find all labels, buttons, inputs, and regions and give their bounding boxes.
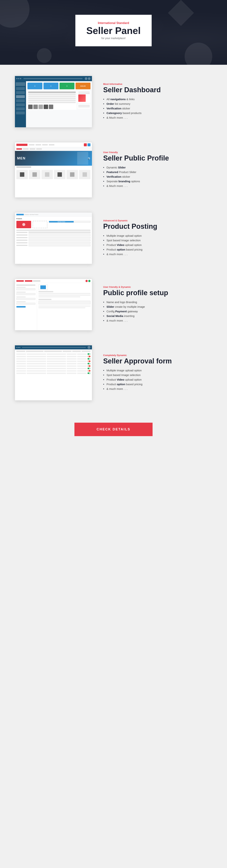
posting-feature-2: Spot based Image selection	[103, 239, 212, 242]
td-9	[16, 245, 28, 246]
prod-img-1	[28, 104, 33, 109]
mock-content	[28, 91, 90, 110]
td-prod-6	[77, 366, 87, 367]
table-row-5	[28, 102, 76, 103]
td-name-1	[16, 353, 26, 355]
tab-other[interactable]	[33, 280, 40, 282]
toggle-4[interactable]	[87, 361, 90, 362]
td-email-2	[27, 356, 46, 357]
feature-item-1: All navigations & links	[103, 98, 212, 101]
th-email	[26, 350, 44, 352]
mock-main: 0 0 0 $440,800	[26, 81, 92, 127]
setup-bold-4: Social Media	[107, 314, 123, 317]
td-addr-7	[47, 368, 66, 369]
toggle-9[interactable]	[87, 372, 90, 374]
mock-address-bar	[24, 78, 82, 79]
td-addr-1	[47, 353, 66, 355]
toggle-8[interactable]	[87, 370, 90, 372]
toggle-2[interactable]	[87, 356, 90, 357]
td-email-8	[27, 370, 46, 372]
feature-section-posting: Products / Add New Product Products Add …	[15, 212, 212, 264]
setup-text: User friendly & Dynamic Public profile s…	[103, 286, 212, 323]
feature-item-4: Cateogoory based products	[103, 112, 212, 115]
approval-dot-1	[16, 347, 17, 348]
approval-address-bar	[22, 347, 86, 348]
check-details-button[interactable]: CHECK DETAILS	[74, 423, 153, 436]
profile-features: Dynamic Slider Featured Product Slider V…	[103, 166, 212, 187]
td-4	[29, 237, 90, 239]
th-reg-date	[63, 350, 72, 352]
sub-nav-3	[36, 148, 42, 150]
td-email-1	[27, 353, 46, 355]
toggle-5[interactable]	[87, 363, 90, 364]
posting-logo	[16, 214, 24, 215]
stat-3-value: 0	[67, 85, 68, 87]
dashboard-label: Most Informative	[103, 83, 212, 85]
mock-table	[28, 91, 76, 110]
mock-icon-1	[85, 77, 87, 80]
field-input-4[interactable]	[16, 303, 35, 305]
approval-dot-2	[18, 347, 19, 348]
setup-line-4	[39, 306, 90, 307]
field-label-2	[16, 292, 26, 292]
td-8	[29, 242, 90, 244]
mock-nav-4	[16, 99, 25, 102]
mock-body: 0 0 0 $440,800	[15, 81, 92, 127]
field-input-1[interactable]	[16, 288, 35, 290]
td-name-7	[16, 368, 26, 369]
posting-feature-4: Product option based pricing	[103, 248, 212, 251]
td-addr-5	[47, 363, 66, 364]
mini-img	[78, 94, 86, 102]
th-address	[44, 350, 62, 352]
td-email-4	[27, 361, 46, 362]
mock-header	[15, 76, 92, 81]
hero-section: International Standard Seller Panel for …	[0, 0, 227, 65]
td-prod-3	[77, 358, 87, 360]
table-row-3	[28, 98, 76, 99]
profile-bold-1: Slider	[118, 166, 126, 169]
td-date-6	[67, 366, 76, 367]
setup-title: Public profile setup	[103, 289, 212, 297]
td-name-6	[16, 366, 26, 367]
banner-person	[77, 152, 88, 165]
toggle-3[interactable]	[87, 358, 90, 360]
header-icon-2	[87, 143, 90, 146]
product-row-4	[16, 242, 90, 244]
tab-shop-settings[interactable]	[25, 280, 32, 282]
setup-left	[15, 283, 37, 330]
td-name-5	[16, 363, 26, 364]
featured-text	[16, 166, 31, 168]
logo-preview	[39, 284, 48, 290]
field-input-3[interactable]	[16, 298, 35, 300]
approval-bold-4: option	[117, 383, 125, 386]
product-2	[29, 170, 40, 179]
toggle-6[interactable]	[87, 365, 90, 367]
save-btn[interactable]	[16, 306, 26, 308]
toggle-1[interactable]	[87, 353, 90, 355]
td-date-9	[67, 373, 76, 374]
feature-item-2: Order list summory	[103, 102, 212, 105]
th-products	[72, 350, 81, 352]
toggle-7[interactable]	[87, 368, 90, 369]
stats-row: 0 0 0 $440,800	[28, 83, 90, 89]
field-input-2[interactable]	[16, 293, 35, 295]
mock-sidebar	[15, 81, 26, 127]
setup-icon-2	[88, 280, 90, 282]
td-date-4	[67, 361, 76, 362]
approval-row-8	[16, 370, 90, 372]
product-row-3	[16, 239, 90, 241]
setup-header	[15, 279, 92, 283]
banner-arrow[interactable]: ›	[88, 157, 90, 159]
upload-button[interactable]	[16, 221, 31, 228]
mock-logo	[16, 82, 25, 86]
setup-line-1	[39, 293, 90, 294]
dashboard-text: Most Informative Seller Dashboard All na…	[103, 83, 212, 121]
product-img-4	[58, 172, 62, 177]
store-logo	[16, 144, 28, 146]
td-name-2	[16, 356, 26, 357]
profile-bold-4: branding	[118, 180, 130, 183]
td-prod-8	[77, 370, 87, 372]
mock-nav-3	[16, 95, 25, 98]
approval-label: Completely Dynamic	[103, 354, 212, 356]
table-header-row	[16, 231, 90, 234]
